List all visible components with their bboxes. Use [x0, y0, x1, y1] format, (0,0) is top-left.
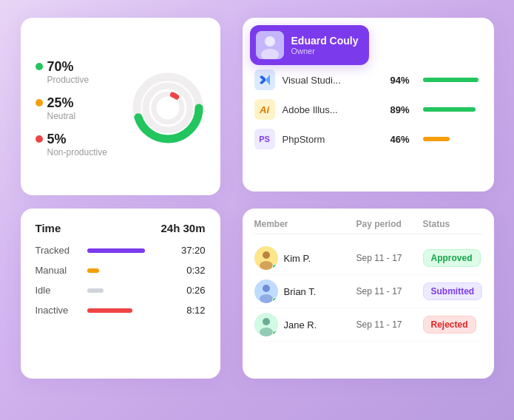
time-row-inactive: Inactive 8:12 — [35, 305, 206, 316]
dot-nonproductive — [35, 135, 43, 143]
time-value-idle: 0:26 — [177, 285, 206, 296]
user-avatar — [256, 31, 284, 59]
time-value-tracked: 37:20 — [177, 245, 206, 256]
member-name-jane: Jane R. — [284, 319, 317, 331]
legend-productive: 70% Productive — [35, 59, 127, 85]
app-icon-ai: Ai — [254, 99, 275, 120]
app-row-ai: Ai Adobe Illus... 89% — [254, 99, 482, 120]
time-value-inactive: 8:12 — [177, 305, 206, 316]
svg-point-7 — [265, 36, 275, 47]
period-jane: Sep 11 - 17 — [356, 319, 423, 330]
app-pct-ps: 46% — [383, 134, 410, 145]
user-name: Eduard Couly — [291, 35, 359, 47]
user-badge: Eduard Couly Owner — [250, 25, 369, 65]
time-header: Time 24h 30m — [35, 222, 206, 234]
time-title: Time — [35, 222, 61, 234]
pct-productive: 70% — [47, 59, 74, 75]
period-brian: Sep 11 - 17 — [356, 286, 423, 297]
time-bar-idle — [87, 288, 170, 293]
member-kim: Kim P. — [254, 246, 356, 270]
status-badge-kim: Approved — [423, 249, 481, 267]
bar-ai — [423, 107, 476, 112]
time-total: 24h 30m — [160, 222, 205, 234]
label-nonproductive: Non-productive — [47, 147, 127, 158]
app-pct-vs: 94% — [383, 75, 410, 86]
status-brian: Submitted — [423, 282, 482, 300]
svg-point-16 — [263, 318, 270, 325]
app-name-vs: Visual Studi... — [283, 75, 376, 86]
productivity-card: 70% Productive 25% Neutral 5% Non-produc… — [21, 18, 220, 195]
time-row-tracked: Tracked 37:20 — [35, 245, 206, 256]
dot-productive — [35, 63, 43, 70]
productivity-legend: 70% Productive 25% Neutral 5% Non-produc… — [35, 59, 127, 158]
donut-chart — [127, 67, 209, 149]
app-pct-ai: 89% — [383, 104, 410, 115]
time-card: Time 24h 30m Tracked 37:20 Manual 0:32 I… — [21, 209, 220, 379]
pct-nonproductive: 5% — [47, 132, 67, 147]
time-row-manual: Manual 0:32 — [35, 265, 206, 276]
payroll-row-kim: Kim P. Sep 11 - 17 Approved — [254, 242, 482, 275]
svg-point-17 — [260, 328, 273, 336]
app-bar-ps — [423, 137, 482, 141]
member-name-kim: Kim P. — [284, 253, 311, 264]
time-bar-inactive — [87, 308, 170, 313]
app-row-ps: PS PhpStorm 46% — [254, 129, 482, 149]
payroll-card: Member Pay period Status Kim P. Sep 11 -… — [243, 209, 494, 379]
bar-manual — [87, 268, 100, 273]
bar-idle — [87, 288, 104, 293]
member-jane: Jane R. — [254, 313, 356, 336]
status-badge-jane: Rejected — [423, 316, 476, 333]
avatar-dot-brian — [272, 297, 278, 303]
member-name-brian: Brian T. — [284, 286, 317, 297]
user-info: Eduard Couly Owner — [291, 35, 359, 55]
bar-inactive — [87, 308, 133, 313]
legend-nonproductive: 5% Non-productive — [35, 132, 127, 158]
time-label-inactive: Inactive — [35, 305, 80, 316]
app-row-vs: Visual Studi... 94% — [254, 70, 482, 90]
member-brian: Brian T. — [254, 280, 356, 303]
bar-ps — [423, 137, 450, 141]
avatar-dot-kim — [272, 264, 278, 270]
payroll-row-brian: Brian T. Sep 11 - 17 Submitted — [254, 275, 482, 308]
avatar-kim — [254, 246, 278, 270]
payroll-row-jane: Jane R. Sep 11 - 17 Rejected — [254, 308, 482, 342]
col-period: Pay period — [356, 219, 423, 229]
avatar-brian — [254, 280, 278, 303]
time-bar-manual — [87, 268, 170, 273]
dot-neutral — [35, 99, 43, 106]
svg-point-10 — [263, 251, 270, 259]
col-status: Status — [423, 219, 482, 229]
label-neutral: Neutral — [47, 111, 127, 121]
time-label-manual: Manual — [35, 265, 80, 276]
avatar-jane — [254, 313, 278, 336]
col-member: Member — [254, 219, 356, 229]
time-label-tracked: Tracked — [35, 245, 80, 256]
status-badge-brian: Submitted — [423, 282, 483, 300]
app-name-ai: Adobe Illus... — [283, 104, 376, 115]
svg-point-13 — [263, 285, 270, 292]
app-icon-vs — [254, 70, 275, 90]
label-productive: Productive — [47, 75, 127, 85]
time-bar-tracked — [87, 248, 170, 253]
user-role: Owner — [291, 47, 359, 55]
bar-vs — [423, 78, 479, 82]
dashboard: 70% Productive 25% Neutral 5% Non-produc… — [21, 18, 494, 402]
svg-point-14 — [260, 294, 273, 303]
legend-neutral: 25% Neutral — [35, 95, 127, 121]
pct-neutral: 25% — [47, 95, 74, 111]
status-kim: Approved — [423, 249, 482, 267]
period-kim: Sep 11 - 17 — [356, 253, 423, 263]
avatar-dot-jane — [272, 331, 278, 336]
bar-tracked — [87, 248, 145, 253]
time-label-idle: Idle — [35, 285, 80, 296]
app-bar-vs — [423, 78, 482, 82]
payroll-header: Member Pay period Status — [254, 219, 482, 234]
apps-card: Eduard Couly Owner Visual Studi... 94% A… — [243, 18, 494, 192]
time-value-manual: 0:32 — [177, 265, 206, 276]
svg-point-11 — [260, 261, 273, 270]
time-row-idle: Idle 0:26 — [35, 285, 206, 296]
app-name-ps: PhpStorm — [283, 134, 376, 145]
status-jane: Rejected — [423, 316, 482, 333]
app-bar-ai — [423, 107, 482, 112]
app-icon-ps: PS — [254, 129, 275, 149]
